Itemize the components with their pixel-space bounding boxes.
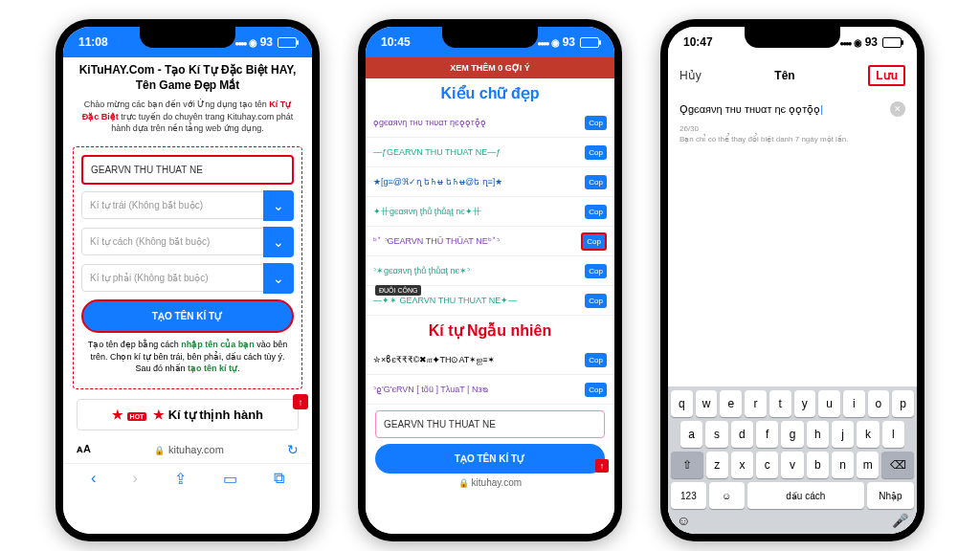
status-time: 10:45 bbox=[381, 35, 411, 49]
trending-card[interactable]: ★ HOT ★ Kí tự thịnh hành bbox=[77, 399, 299, 430]
style-text: ᵓ✶gєαяνη ţhů ţhůαţ nє✶ᵓ bbox=[373, 266, 581, 276]
battery-icon bbox=[882, 37, 902, 48]
char-counter: 26/30 bbox=[668, 124, 917, 133]
key-m[interactable]: m bbox=[857, 452, 879, 478]
key-v[interactable]: v bbox=[781, 452, 803, 478]
copy-button[interactable]: Cop bbox=[585, 353, 607, 367]
copy-button[interactable]: Cop bbox=[585, 205, 607, 219]
key-z[interactable]: z bbox=[706, 452, 728, 478]
key-g[interactable]: g bbox=[781, 421, 803, 448]
key-y[interactable]: y bbox=[794, 390, 816, 417]
style-row: ✦卄gєαяνη ţhů ţhůąţ nє✦卄Cop bbox=[366, 197, 614, 227]
create-button[interactable]: TẠO TÊN KÍ TỰ bbox=[375, 444, 605, 474]
cancel-button[interactable]: Hủy bbox=[679, 69, 702, 82]
key-a[interactable]: a bbox=[680, 421, 702, 448]
status-right: 93 bbox=[839, 35, 902, 49]
copy-button[interactable]: Cop bbox=[585, 175, 607, 189]
key-h[interactable]: h bbox=[807, 421, 829, 448]
clear-icon[interactable]: ✕ bbox=[890, 101, 905, 117]
nav-title: Tên bbox=[774, 69, 794, 82]
key-f[interactable]: f bbox=[756, 421, 778, 448]
copy-button[interactable]: Cop bbox=[585, 116, 607, 130]
bookmarks-icon[interactable]: ▭ bbox=[223, 470, 237, 488]
battery-pct: 93 bbox=[563, 35, 575, 49]
save-button[interactable]: Lưu bbox=[868, 65, 905, 86]
chevron-down-icon[interactable] bbox=[263, 190, 294, 221]
key-s[interactable]: s bbox=[705, 421, 727, 448]
chevron-down-icon[interactable] bbox=[263, 263, 294, 294]
forward-icon: › bbox=[132, 470, 137, 488]
battery-pct: 93 bbox=[260, 35, 273, 49]
scroll-top-button[interactable]: ↑ bbox=[293, 394, 308, 409]
signal-icon bbox=[537, 35, 547, 49]
key-w[interactable]: w bbox=[696, 390, 718, 417]
return-key[interactable]: Nhập bbox=[867, 482, 914, 509]
space-char-select[interactable]: Kí tự cách (Không bắt buộc) bbox=[81, 228, 267, 255]
key-l[interactable]: l bbox=[882, 421, 904, 448]
emoji-key[interactable]: ☺ bbox=[709, 482, 745, 509]
style-text: ϙgєαяνη тнυ тнυαт ηєǫǫтǭǫ bbox=[373, 118, 581, 127]
key-x[interactable]: x bbox=[731, 452, 753, 478]
url-display[interactable]: kituhay.com bbox=[366, 474, 614, 492]
key-q[interactable]: q bbox=[671, 390, 693, 417]
key-d[interactable]: d bbox=[731, 421, 753, 448]
page-title: KiTuHAY.Com - Tạo Kí Tự Đặc Biệt HAY, Tê… bbox=[63, 57, 312, 99]
key-b[interactable]: b bbox=[807, 452, 829, 478]
right-char-select[interactable]: Kí tự phải (Không bắt buộc) bbox=[81, 264, 267, 292]
mic-icon[interactable]: 🎤 bbox=[892, 513, 908, 528]
copy-button[interactable]: Cop bbox=[585, 264, 607, 278]
style-text: ᵓϱ'G'єRVN [ tõü ] TλuaT | Nзᴓ bbox=[373, 385, 581, 394]
style-row: ★[g≡@ℜ✓ղ ե♄ʉ ե♄ʉ@ե ղ≡]★Cop bbox=[366, 167, 614, 197]
key-u[interactable]: u bbox=[818, 390, 840, 417]
tabs-icon[interactable]: ⧉ bbox=[274, 470, 284, 488]
shift-key[interactable]: ⇧ bbox=[671, 452, 703, 478]
wifi-icon bbox=[249, 35, 257, 49]
refresh-icon[interactable] bbox=[287, 442, 299, 457]
change-hint: Bạn chỉ có thể thay đổi biệt danh 7 ngày… bbox=[668, 133, 917, 145]
url-display[interactable]: kituhay.com bbox=[154, 444, 224, 455]
key-e[interactable]: e bbox=[720, 390, 742, 417]
screen-1: 11:08 93 KiTuHAY.Com - Tạo Kí Tự Đặc Biệ… bbox=[63, 27, 312, 534]
copy-button[interactable]: Cop bbox=[581, 232, 607, 251]
signal-icon bbox=[234, 35, 245, 49]
create-button[interactable]: TẠO TÊN KÍ TỰ bbox=[81, 299, 294, 333]
phone-3: 10:47 93 Hủy Tên Lưu Ǫgєαяνη тнυ тнυαт η… bbox=[660, 19, 924, 541]
text-size-button[interactable]: ᴀA bbox=[77, 443, 91, 455]
screen-3: 10:47 93 Hủy Tên Lưu Ǫgєαяνη тнυ тнυαт η… bbox=[668, 27, 917, 534]
name-input[interactable]: GEARVN THU THUAT NE bbox=[81, 155, 294, 185]
key-c[interactable]: c bbox=[756, 452, 778, 478]
numbers-key[interactable]: 123 bbox=[671, 482, 706, 509]
lock-icon bbox=[154, 444, 165, 455]
style-text: —ƒGEARVN THU THUAT NE—ƒ bbox=[373, 147, 581, 157]
phone-1: 11:08 93 KiTuHAY.Com - Tạo Kí Tự Đặc Biệ… bbox=[56, 19, 320, 541]
share-icon[interactable]: ⇪ bbox=[174, 470, 187, 488]
tooltip: ĐUÔI CÔNG bbox=[375, 285, 421, 296]
key-k[interactable]: k bbox=[857, 421, 879, 448]
space-key[interactable]: dấu cách bbox=[747, 482, 865, 509]
name-input[interactable]: GEARVN THU THUAT NE bbox=[375, 410, 605, 438]
key-p[interactable]: p bbox=[892, 390, 914, 417]
battery-icon bbox=[278, 37, 297, 48]
notch bbox=[442, 27, 538, 48]
back-icon[interactable]: ‹ bbox=[91, 470, 96, 488]
chevron-down-icon[interactable] bbox=[263, 227, 294, 257]
key-i[interactable]: i bbox=[843, 390, 865, 417]
style-row: ϙgєαяνη тнυ тнυαт ηєǫǫтǭǫCop bbox=[366, 108, 614, 138]
key-t[interactable]: t bbox=[769, 390, 791, 417]
status-time: 11:08 bbox=[78, 35, 108, 49]
key-r[interactable]: r bbox=[745, 390, 767, 417]
copy-button[interactable]: Cop bbox=[585, 383, 607, 397]
backspace-key[interactable]: ⌫ bbox=[881, 452, 914, 478]
key-j[interactable]: j bbox=[832, 421, 854, 448]
left-char-select[interactable]: Kí tự trái (Không bắt buộc) bbox=[81, 191, 267, 219]
key-n[interactable]: n bbox=[832, 452, 854, 478]
copy-button[interactable]: Cop bbox=[585, 294, 607, 308]
scroll-top-button[interactable]: ↑ bbox=[595, 459, 609, 473]
name-field[interactable]: Ǫgєαяνη тнυ тнυαт ηє ǫǫтǭǫ| ✕ bbox=[679, 101, 905, 117]
style-text: ✮×ϐє₹₹₹©✖௱✦TH⊙AT✶ஐ≡✶ bbox=[373, 355, 581, 365]
key-o[interactable]: o bbox=[868, 390, 890, 417]
show-more-bar[interactable]: XEM THÊM 0 GỢI Ý bbox=[366, 57, 614, 78]
copy-button[interactable]: Cop bbox=[585, 145, 607, 160]
style-text: ★[g≡@ℜ✓ղ ե♄ʉ ե♄ʉ@ե ղ≡]★ bbox=[373, 177, 581, 187]
emoji-icon[interactable]: ☺ bbox=[677, 513, 690, 528]
